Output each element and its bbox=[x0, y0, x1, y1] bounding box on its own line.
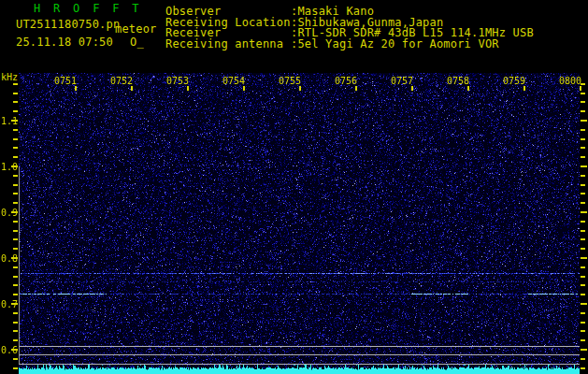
y-tick-minor bbox=[13, 138, 18, 140]
y-tick-minor-right bbox=[581, 238, 585, 240]
y-axis-unit-label: kHz bbox=[1, 72, 18, 82]
y-tick-minor-right bbox=[581, 129, 585, 131]
x-tick-label: 0758 bbox=[447, 76, 469, 86]
x-tick bbox=[355, 86, 357, 91]
x-tick bbox=[75, 86, 77, 91]
x-tick-label: 0755 bbox=[279, 76, 301, 86]
y-tick-minor bbox=[13, 83, 18, 85]
y-tick-minor-right bbox=[581, 110, 585, 112]
y-tick-minor bbox=[13, 193, 18, 194]
y-tick-minor-right bbox=[581, 93, 585, 94]
y-tick-minor bbox=[13, 284, 18, 286]
y-tick-minor-right bbox=[581, 330, 585, 332]
x-tick-label: 0757 bbox=[391, 76, 413, 86]
level-reference-line bbox=[19, 354, 580, 355]
y-tick-label: 0.6 bbox=[1, 345, 18, 355]
y-tick-minor-right bbox=[581, 276, 585, 278]
datetime-label: 25.11.18 07:50 bbox=[16, 36, 113, 48]
y-tick-major-right bbox=[581, 303, 587, 305]
x-tick bbox=[299, 86, 301, 91]
y-tick-major-right bbox=[581, 120, 587, 122]
y-tick-minor-right bbox=[581, 83, 585, 85]
y-tick-minor bbox=[13, 110, 18, 112]
y-tick-minor-right bbox=[581, 138, 585, 140]
y-tick-minor-right bbox=[581, 147, 585, 149]
level-reference-line bbox=[19, 364, 580, 365]
y-tick-major-right bbox=[581, 211, 587, 213]
y-tick-minor-right bbox=[581, 248, 585, 250]
x-tick bbox=[243, 86, 245, 91]
spectrogram-canvas bbox=[19, 73, 580, 374]
x-tick bbox=[523, 86, 525, 91]
y-tick-minor bbox=[13, 322, 18, 324]
y-tick-minor bbox=[13, 175, 18, 177]
app-title: H R O F F T bbox=[34, 3, 142, 14]
x-tick bbox=[187, 86, 189, 91]
x-tick bbox=[580, 86, 581, 91]
y-tick-minor bbox=[13, 276, 18, 278]
y-tick-minor bbox=[13, 367, 18, 369]
status-cursor: O_ bbox=[130, 36, 144, 48]
y-tick-minor bbox=[13, 129, 18, 131]
y-tick-minor bbox=[13, 184, 18, 186]
x-tick bbox=[411, 86, 413, 91]
y-tick-minor-right bbox=[581, 367, 585, 369]
output-filename: UT2511180750.pn bbox=[16, 19, 120, 30]
y-tick-minor-right bbox=[581, 230, 585, 232]
y-tick-major-right bbox=[581, 349, 587, 351]
y-tick-minor-right bbox=[581, 156, 585, 158]
y-tick-label: 0.7 bbox=[1, 299, 18, 309]
x-tick-label: 0754 bbox=[222, 76, 245, 86]
y-tick-minor bbox=[13, 294, 18, 295]
y-tick-minor-right bbox=[581, 101, 585, 103]
meta-label-antenna: Receiving antenna bbox=[165, 38, 283, 50]
y-tick-major-right bbox=[581, 257, 587, 259]
x-tick-label: 0759 bbox=[503, 76, 525, 86]
y-tick-minor bbox=[13, 238, 18, 240]
plot-left-divider bbox=[19, 166, 20, 364]
y-tick-minor bbox=[13, 358, 18, 360]
y-tick-label: 0.9 bbox=[1, 208, 18, 218]
meta-value-antenna: :5el Yagi Az 20 for Aomori VOR bbox=[291, 38, 499, 50]
y-tick-minor-right bbox=[581, 202, 585, 204]
y-tick-minor-right bbox=[581, 221, 585, 223]
y-tick-minor-right bbox=[581, 339, 585, 341]
level-reference-line bbox=[19, 346, 580, 347]
y-tick-minor-right bbox=[581, 284, 585, 286]
y-tick-minor bbox=[13, 93, 18, 94]
y-tick-minor-right bbox=[581, 322, 585, 324]
y-tick-minor-right bbox=[581, 175, 585, 177]
y-tick-minor bbox=[13, 248, 18, 250]
y-tick-minor-right bbox=[581, 312, 585, 314]
y-tick-label: 1.1 bbox=[1, 116, 18, 126]
x-tick bbox=[467, 86, 469, 91]
y-tick-minor bbox=[13, 266, 18, 268]
y-tick-minor bbox=[13, 230, 18, 232]
y-tick-label: 1.0 bbox=[1, 162, 18, 172]
y-tick-label: 0.8 bbox=[1, 253, 18, 264]
y-tick-minor-right bbox=[581, 266, 585, 268]
y-tick-minor bbox=[13, 339, 18, 341]
y-tick-major-right bbox=[581, 165, 587, 167]
x-tick bbox=[131, 86, 133, 91]
y-tick-minor bbox=[13, 202, 18, 204]
y-tick-minor-right bbox=[581, 294, 585, 295]
hrofft-window: H R O F F T UT2511180750.pn meteor 25.11… bbox=[0, 0, 588, 374]
y-tick-minor-right bbox=[581, 358, 585, 360]
x-tick-label: 0751 bbox=[54, 76, 77, 86]
x-tick-label: 0756 bbox=[335, 76, 357, 86]
output-filename-suffix: meteor bbox=[115, 23, 157, 35]
y-tick-minor bbox=[13, 147, 18, 149]
y-tick-minor bbox=[13, 221, 18, 223]
y-tick-minor-right bbox=[581, 184, 585, 186]
x-tick-label: 0800 bbox=[559, 76, 581, 86]
x-tick-label: 0753 bbox=[166, 76, 189, 86]
x-tick-label: 0752 bbox=[110, 76, 133, 86]
y-tick-minor bbox=[13, 101, 18, 103]
y-tick-minor bbox=[13, 330, 18, 332]
y-tick-minor bbox=[13, 156, 18, 158]
y-tick-minor bbox=[13, 312, 18, 314]
y-tick-minor-right bbox=[581, 193, 585, 194]
